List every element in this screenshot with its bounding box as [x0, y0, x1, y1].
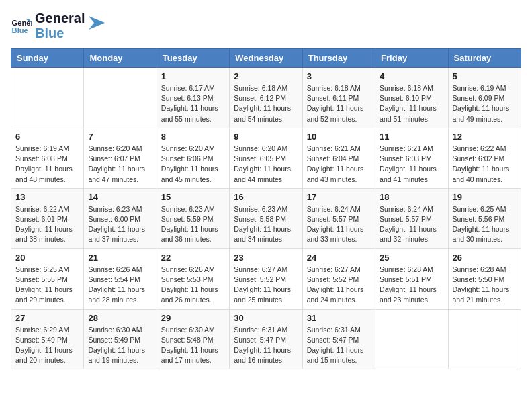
day-number: 14 — [88, 192, 152, 202]
day-number: 30 — [234, 313, 298, 323]
calendar-cell — [375, 309, 448, 369]
calendar-cell: 13Sunrise: 6:22 AMSunset: 6:01 PMDayligh… — [11, 188, 84, 248]
calendar-cell: 17Sunrise: 6:24 AMSunset: 5:57 PMDayligh… — [302, 188, 375, 248]
day-info: Sunrise: 6:23 AMSunset: 5:58 PMDaylight:… — [234, 204, 298, 245]
day-info: Sunrise: 6:21 AMSunset: 6:03 PMDaylight:… — [380, 144, 443, 185]
calendar-cell: 21Sunrise: 6:26 AMSunset: 5:54 PMDayligh… — [84, 248, 157, 309]
calendar-cell: 31Sunrise: 6:31 AMSunset: 5:47 PMDayligh… — [302, 309, 375, 369]
calendar-table: SundayMondayTuesdayWednesdayThursdayFrid… — [11, 48, 521, 369]
calendar-cell: 23Sunrise: 6:27 AMSunset: 5:52 PMDayligh… — [230, 248, 302, 309]
calendar-cell: 26Sunrise: 6:28 AMSunset: 5:50 PMDayligh… — [448, 248, 521, 309]
day-info: Sunrise: 6:18 AMSunset: 6:12 PMDaylight:… — [234, 83, 298, 124]
day-number: 4 — [380, 71, 443, 81]
day-info: Sunrise: 6:23 AMSunset: 6:00 PMDaylight:… — [88, 204, 152, 245]
calendar-cell: 8Sunrise: 6:20 AMSunset: 6:06 PMDaylight… — [157, 128, 229, 188]
calendar-cell: 28Sunrise: 6:30 AMSunset: 5:49 PMDayligh… — [84, 309, 157, 369]
calendar-cell: 4Sunrise: 6:18 AMSunset: 6:10 PMDaylight… — [375, 68, 448, 128]
day-number: 16 — [234, 192, 298, 202]
day-number: 23 — [234, 253, 298, 263]
svg-marker-3 — [89, 16, 105, 30]
day-number: 19 — [453, 192, 517, 202]
calendar-cell: 18Sunrise: 6:24 AMSunset: 5:57 PMDayligh… — [375, 188, 448, 248]
day-info: Sunrise: 6:19 AMSunset: 6:09 PMDaylight:… — [453, 83, 517, 124]
day-info: Sunrise: 6:30 AMSunset: 5:49 PMDaylight:… — [88, 325, 152, 366]
logo-general-text: General — [35, 11, 85, 26]
day-info: Sunrise: 6:18 AMSunset: 6:11 PMDaylight:… — [307, 83, 371, 124]
calendar-cell: 2Sunrise: 6:18 AMSunset: 6:12 PMDaylight… — [230, 68, 302, 128]
day-header-wednesday: Wednesday — [230, 49, 302, 68]
day-number: 9 — [234, 132, 298, 142]
calendar-cell: 15Sunrise: 6:23 AMSunset: 5:59 PMDayligh… — [157, 188, 229, 248]
day-number: 5 — [453, 71, 517, 81]
day-number: 11 — [380, 132, 443, 142]
day-number: 29 — [161, 313, 225, 323]
day-number: 17 — [307, 192, 371, 202]
day-info: Sunrise: 6:31 AMSunset: 5:47 PMDaylight:… — [234, 325, 298, 366]
calendar-cell: 24Sunrise: 6:27 AMSunset: 5:52 PMDayligh… — [302, 248, 375, 309]
day-number: 31 — [307, 313, 371, 323]
logo: General Blue General Blue — [11, 11, 105, 40]
calendar-cell: 11Sunrise: 6:21 AMSunset: 6:03 PMDayligh… — [375, 128, 448, 188]
week-row-4: 20Sunrise: 6:25 AMSunset: 5:55 PMDayligh… — [11, 248, 521, 309]
calendar-cell — [84, 68, 157, 128]
day-info: Sunrise: 6:27 AMSunset: 5:52 PMDaylight:… — [234, 265, 298, 306]
calendar-cell: 3Sunrise: 6:18 AMSunset: 6:11 PMDaylight… — [302, 68, 375, 128]
calendar-cell: 1Sunrise: 6:17 AMSunset: 6:13 PMDaylight… — [157, 68, 229, 128]
day-number: 22 — [161, 253, 225, 263]
calendar-cell — [11, 68, 84, 128]
logo-blue-text: Blue — [35, 26, 85, 40]
day-info: Sunrise: 6:22 AMSunset: 6:02 PMDaylight:… — [453, 144, 517, 185]
day-number: 21 — [88, 253, 152, 263]
day-number: 25 — [380, 253, 443, 263]
calendar-cell: 25Sunrise: 6:28 AMSunset: 5:51 PMDayligh… — [375, 248, 448, 309]
day-info: Sunrise: 6:22 AMSunset: 6:01 PMDaylight:… — [15, 204, 79, 245]
day-number: 24 — [307, 253, 371, 263]
day-info: Sunrise: 6:20 AMSunset: 6:06 PMDaylight:… — [161, 144, 225, 185]
day-number: 12 — [453, 132, 517, 142]
calendar-cell: 19Sunrise: 6:25 AMSunset: 5:56 PMDayligh… — [448, 188, 521, 248]
logo-icon: General Blue — [11, 15, 32, 36]
week-row-3: 13Sunrise: 6:22 AMSunset: 6:01 PMDayligh… — [11, 188, 521, 248]
calendar-cell: 29Sunrise: 6:30 AMSunset: 5:48 PMDayligh… — [157, 309, 229, 369]
day-number: 3 — [307, 71, 371, 81]
day-headers-row: SundayMondayTuesdayWednesdayThursdayFrid… — [11, 49, 521, 68]
calendar-cell: 7Sunrise: 6:20 AMSunset: 6:07 PMDaylight… — [84, 128, 157, 188]
day-number: 18 — [380, 192, 443, 202]
day-info: Sunrise: 6:21 AMSunset: 6:04 PMDaylight:… — [307, 144, 371, 185]
page-header: General Blue General Blue — [11, 11, 521, 40]
day-header-monday: Monday — [84, 49, 157, 68]
day-info: Sunrise: 6:26 AMSunset: 5:54 PMDaylight:… — [88, 265, 152, 306]
day-info: Sunrise: 6:28 AMSunset: 5:50 PMDaylight:… — [453, 265, 517, 306]
calendar-cell: 27Sunrise: 6:29 AMSunset: 5:49 PMDayligh… — [11, 309, 84, 369]
day-info: Sunrise: 6:24 AMSunset: 5:57 PMDaylight:… — [380, 204, 443, 245]
calendar-cell: 12Sunrise: 6:22 AMSunset: 6:02 PMDayligh… — [448, 128, 521, 188]
day-header-tuesday: Tuesday — [157, 49, 229, 68]
week-row-5: 27Sunrise: 6:29 AMSunset: 5:49 PMDayligh… — [11, 309, 521, 369]
calendar-cell — [448, 309, 521, 369]
day-info: Sunrise: 6:31 AMSunset: 5:47 PMDaylight:… — [307, 325, 371, 366]
calendar-cell: 30Sunrise: 6:31 AMSunset: 5:47 PMDayligh… — [230, 309, 302, 369]
day-info: Sunrise: 6:18 AMSunset: 6:10 PMDaylight:… — [380, 83, 443, 124]
day-number: 10 — [307, 132, 371, 142]
day-info: Sunrise: 6:30 AMSunset: 5:48 PMDaylight:… — [161, 325, 225, 366]
day-number: 7 — [88, 132, 152, 142]
day-info: Sunrise: 6:24 AMSunset: 5:57 PMDaylight:… — [307, 204, 371, 245]
day-number: 28 — [88, 313, 152, 323]
week-row-2: 6Sunrise: 6:19 AMSunset: 6:08 PMDaylight… — [11, 128, 521, 188]
day-number: 20 — [15, 253, 79, 263]
calendar-cell: 6Sunrise: 6:19 AMSunset: 6:08 PMDaylight… — [11, 128, 84, 188]
svg-text:Blue: Blue — [12, 26, 28, 34]
day-info: Sunrise: 6:19 AMSunset: 6:08 PMDaylight:… — [15, 144, 79, 185]
day-number: 26 — [453, 253, 517, 263]
day-info: Sunrise: 6:25 AMSunset: 5:55 PMDaylight:… — [15, 265, 79, 306]
calendar-cell: 9Sunrise: 6:20 AMSunset: 6:05 PMDaylight… — [230, 128, 302, 188]
calendar-cell: 16Sunrise: 6:23 AMSunset: 5:58 PMDayligh… — [230, 188, 302, 248]
day-number: 27 — [15, 313, 79, 323]
day-info: Sunrise: 6:23 AMSunset: 5:59 PMDaylight:… — [161, 204, 225, 245]
calendar-cell: 20Sunrise: 6:25 AMSunset: 5:55 PMDayligh… — [11, 248, 84, 309]
day-header-sunday: Sunday — [11, 49, 84, 68]
week-row-1: 1Sunrise: 6:17 AMSunset: 6:13 PMDaylight… — [11, 68, 521, 128]
calendar-cell: 5Sunrise: 6:19 AMSunset: 6:09 PMDaylight… — [448, 68, 521, 128]
day-number: 2 — [234, 71, 298, 81]
day-number: 6 — [15, 132, 79, 142]
